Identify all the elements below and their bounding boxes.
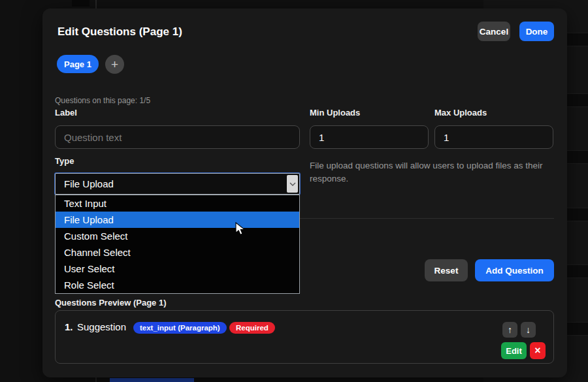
- type-dropdown-list: Text Input File Upload Custom Select Cha…: [55, 195, 300, 294]
- backdrop-divider: [95, 377, 97, 382]
- type-option-channel-select[interactable]: Channel Select: [56, 244, 299, 261]
- arrow-up-icon: ↑: [508, 325, 512, 335]
- min-uploads-input[interactable]: [310, 125, 429, 149]
- question-number: 1.: [65, 321, 73, 332]
- reset-button[interactable]: Reset: [425, 259, 468, 281]
- type-field-label: Type: [55, 156, 74, 166]
- required-badge: Required: [229, 322, 275, 334]
- type-helper-text: File upload questions will allow users t…: [310, 159, 570, 185]
- question-label: Suggestion: [77, 321, 126, 332]
- cancel-button[interactable]: Cancel: [478, 22, 510, 41]
- backdrop-blue-button-edge: [110, 378, 194, 382]
- type-option-file-upload[interactable]: File Upload: [56, 212, 299, 228]
- questions-count: Questions on this page: 1/5: [55, 96, 150, 105]
- add-page-button[interactable]: +: [105, 55, 124, 74]
- tab-page-1[interactable]: Page 1: [57, 55, 99, 73]
- preview-heading: Questions Preview (Page 1): [55, 298, 167, 308]
- add-question-button[interactable]: Add Question: [475, 259, 554, 281]
- type-select-value: File Upload: [64, 178, 114, 189]
- chevron-down-icon[interactable]: [287, 175, 298, 193]
- edit-questions-modal: Edit Questions (Page 1) Cancel Done Page…: [42, 8, 567, 377]
- type-option-user-select[interactable]: User Select: [56, 261, 299, 277]
- question-label-input[interactable]: [55, 125, 300, 149]
- type-option-role-select[interactable]: Role Select: [56, 277, 299, 293]
- arrow-down-icon: ↓: [526, 325, 531, 335]
- question-preview-card: 1. Suggestion text_input (Paragraph) Req…: [55, 310, 554, 364]
- plus-icon: +: [111, 57, 118, 72]
- type-option-text-input[interactable]: Text Input: [56, 195, 299, 212]
- backdrop-divider: [95, 0, 97, 8]
- delete-question-button[interactable]: ×: [530, 342, 546, 359]
- type-option-custom-select[interactable]: Custom Select: [56, 228, 299, 244]
- modal-title: Edit Questions (Page 1): [57, 25, 182, 39]
- done-button[interactable]: Done: [519, 22, 554, 41]
- max-uploads-label: Max Uploads: [434, 108, 487, 118]
- type-badge: text_input (Paragraph): [133, 322, 227, 334]
- close-icon: ×: [534, 345, 540, 357]
- move-up-button[interactable]: ↑: [502, 322, 517, 338]
- edit-question-button[interactable]: Edit: [501, 342, 527, 359]
- max-uploads-input[interactable]: [434, 125, 553, 149]
- min-uploads-label: Min Uploads: [310, 108, 360, 118]
- label-field-label: Label: [55, 108, 77, 118]
- backdrop-element: [72, 0, 90, 7]
- move-down-button[interactable]: ↓: [521, 322, 536, 338]
- type-select[interactable]: File Upload: [55, 173, 300, 195]
